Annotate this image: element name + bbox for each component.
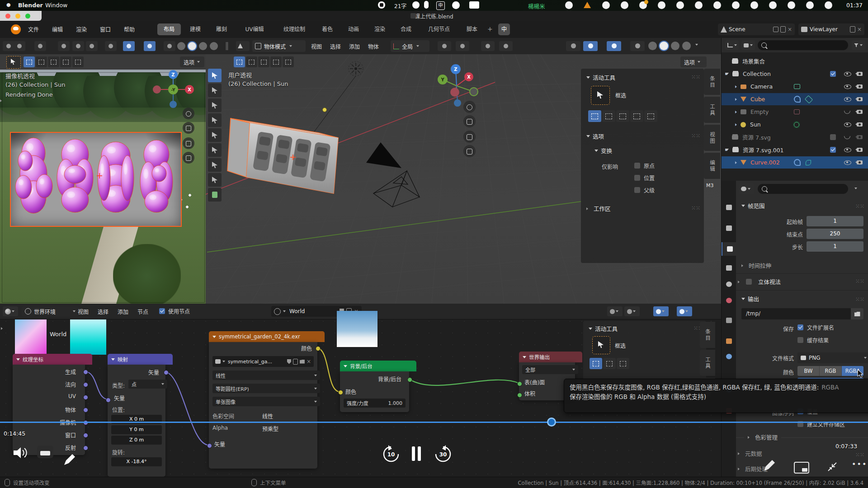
tab-布局[interactable]: 布局 — [157, 23, 181, 35]
vp-menu-1[interactable]: 选择 — [330, 42, 341, 50]
notification-icon[interactable] — [639, 1, 647, 9]
select-mode-1[interactable] — [246, 56, 257, 67]
lvp-pivot-icon[interactable] — [58, 41, 70, 51]
select-mode-option-3[interactable] — [630, 110, 643, 122]
search-field[interactable] — [758, 40, 848, 50]
mvp-shading-material-icon[interactable] — [671, 42, 679, 50]
lvp-gpencil-tool-icon[interactable] — [14, 41, 25, 51]
ime-workspace-button[interactable]: 中 — [498, 23, 510, 35]
outliner-row[interactable]: Collection — [722, 68, 868, 80]
remove-icon[interactable]: × — [857, 26, 862, 33]
open-icon[interactable] — [300, 360, 305, 364]
wechat-icon[interactable] — [602, 1, 610, 9]
image-dropdown-1[interactable]: 等距圆柱(ERP) — [212, 384, 320, 393]
mapping-loc-field-2[interactable]: Z 0 m — [111, 436, 162, 445]
browser-icon[interactable] — [621, 1, 628, 9]
socket-in-0[interactable] — [517, 381, 522, 386]
filter-button[interactable] — [852, 40, 865, 50]
tab-几何节点[interactable]: 几何节点 — [420, 23, 458, 35]
node-mapping-header[interactable]: 映射 — [108, 354, 173, 365]
render-camera-toggle[interactable] — [857, 72, 863, 76]
menu-4[interactable]: 帮助 — [124, 25, 135, 33]
menu-0[interactable]: 文件 — [28, 25, 39, 33]
socket-out-vector[interactable] — [164, 370, 169, 375]
speaker-button[interactable] — [14, 446, 29, 459]
lvp-orientation-icon[interactable] — [34, 41, 46, 51]
properties-constraints-tab[interactable] — [722, 350, 736, 363]
drag-dots[interactable]: ⁙⁙ — [855, 296, 864, 303]
outliner-row[interactable]: Empty — [722, 106, 868, 118]
tab-着色[interactable]: 着色 — [316, 23, 339, 35]
socket-out-反射[interactable] — [83, 446, 88, 450]
active-tool-button[interactable] — [6, 56, 21, 69]
image-dropdown-2[interactable]: 单张图像 — [212, 397, 320, 406]
nav-grid-view-button[interactable] — [183, 152, 194, 164]
file-ext-row[interactable]: 文件扩展名 — [797, 324, 834, 331]
collection-checkbox[interactable] — [830, 71, 836, 77]
checkbox[interactable] — [634, 175, 640, 181]
lvp-visibility-icon[interactable] — [105, 41, 117, 51]
vp-tab-视图[interactable]: 视图 — [704, 125, 720, 151]
select-mode-0[interactable] — [234, 56, 245, 67]
select-mode-1[interactable] — [603, 358, 616, 369]
strength-field[interactable]: 强度/力度1.000 — [344, 399, 406, 408]
color-mode-BW[interactable]: BW — [797, 366, 820, 376]
fake-user-shield-icon[interactable] — [287, 359, 291, 364]
pin-icon[interactable] — [773, 27, 778, 32]
socket-out-background[interactable] — [407, 377, 412, 382]
mapping-type-dropdown[interactable]: 点 — [128, 380, 167, 389]
tab-动画[interactable]: 动画 — [342, 23, 365, 35]
socket-in-color[interactable] — [338, 390, 343, 395]
nav-pan-button[interactable] — [463, 115, 476, 127]
disclosure-open[interactable] — [725, 149, 729, 151]
visibility-eye-open[interactable] — [844, 84, 851, 89]
drag-dots[interactable]: ⁙⁙ — [855, 203, 864, 210]
copy-icon[interactable] — [780, 26, 786, 33]
skip-back-button[interactable]: 10 — [382, 445, 400, 463]
mvp-shading-rendered-icon[interactable] — [682, 42, 691, 50]
mvp-snap-pivot-icon[interactable] — [438, 41, 451, 51]
display-mode-button[interactable] — [741, 40, 755, 50]
select-mode-2[interactable] — [258, 56, 269, 67]
mapping-loc-field-1[interactable]: Y 0 m — [111, 425, 162, 434]
only-1[interactable]: 位置 — [634, 174, 655, 182]
tab-纹理绘制[interactable]: 纹理绘制 — [276, 23, 313, 35]
shader-tab-工具[interactable]: 工具 — [700, 350, 715, 376]
skip-forward-button[interactable]: 30 — [434, 445, 452, 463]
prop-value-field[interactable]: 1 — [807, 216, 863, 226]
nav-pan-button[interactable] — [183, 122, 194, 134]
app-menu-blender[interactable]: Blender — [18, 2, 43, 9]
pip-button[interactable] — [794, 462, 809, 474]
play-icon[interactable] — [658, 1, 665, 9]
scene-selector[interactable]: Scene× — [718, 23, 795, 35]
render-camera-toggle[interactable] — [857, 110, 863, 114]
box-select-tool-button[interactable] — [591, 86, 610, 105]
select-mode-3[interactable] — [270, 56, 282, 67]
socket-in-1[interactable] — [517, 393, 522, 398]
lvp-xray-toggle-icon[interactable] — [164, 41, 175, 51]
visibility-eye-open[interactable] — [844, 97, 851, 102]
node-background-header[interactable]: 背景/后台 — [340, 361, 416, 371]
outliner-row[interactable]: 场景集合 — [722, 55, 868, 67]
select-mode-option-1[interactable] — [602, 110, 615, 122]
select-mode-2[interactable] — [48, 56, 59, 67]
file-format-dropdown[interactable]: PNG — [797, 352, 868, 363]
app-menu-window[interactable]: Window — [45, 2, 67, 9]
nav-camera-view-button[interactable] — [463, 131, 476, 143]
outliner-row[interactable]: Cube — [722, 93, 868, 105]
apple-logo-icon[interactable]: ● — [6, 2, 13, 8]
sync-icon[interactable] — [565, 1, 573, 9]
prop-value-field[interactable]: 1 — [807, 241, 863, 252]
select-mode-1[interactable] — [36, 56, 47, 67]
editor-type-button[interactable] — [236, 41, 250, 51]
pen-app-icon[interactable] — [452, 1, 460, 9]
tab-雕刻[interactable]: 雕刻 — [210, 23, 233, 35]
mvp-overlays-toggle-icon[interactable] — [607, 41, 621, 51]
collection-checkbox[interactable] — [830, 147, 836, 153]
disclosure-closed[interactable] — [735, 161, 737, 164]
checkbox[interactable] — [634, 163, 640, 169]
image-dropdown-0[interactable]: 线性 — [212, 371, 320, 380]
nav-grid-view-button[interactable] — [463, 145, 476, 157]
add-workspace-button[interactable]: + — [487, 25, 493, 33]
vp-tab-条目[interactable]: 条目 — [704, 69, 720, 95]
